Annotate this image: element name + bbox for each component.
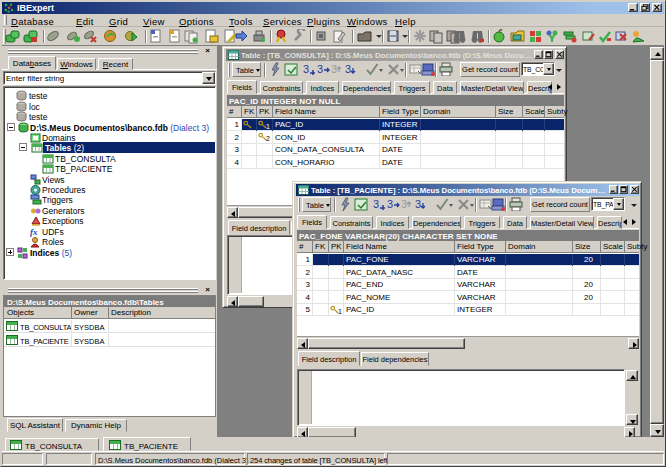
- svg-text:3: 3: [317, 63, 323, 75]
- svg-text:3: 3: [331, 63, 337, 75]
- svg-text:3: 3: [303, 63, 309, 75]
- svg-text:3: 3: [387, 198, 393, 210]
- svg-text:3: 3: [415, 198, 421, 210]
- svg-text:3: 3: [373, 198, 379, 210]
- svg-text:3: 3: [345, 63, 351, 75]
- svg-text:3: 3: [401, 198, 407, 210]
